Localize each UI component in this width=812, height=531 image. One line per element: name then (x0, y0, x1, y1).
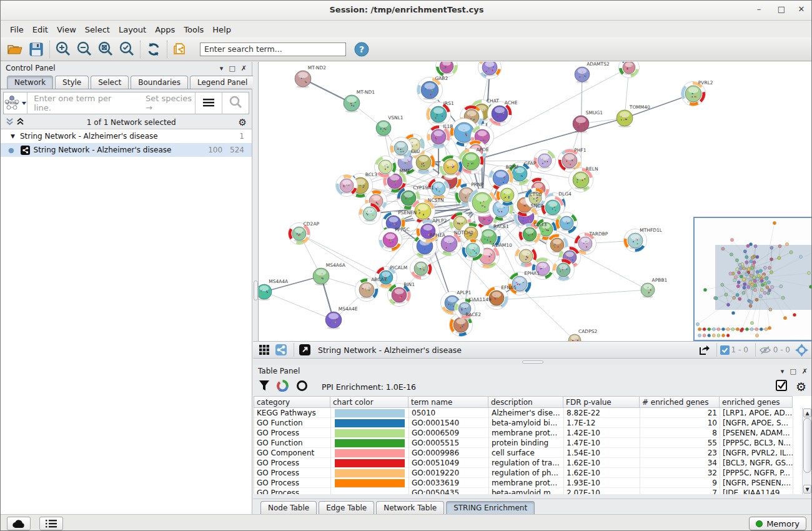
string-logo-button[interactable]: STRING (4, 92, 27, 114)
select-rows-button[interactable] (776, 380, 787, 394)
horizontal-splitter[interactable] (253, 359, 812, 365)
table-row[interactable]: GO ComponentGO:0009986cell surface1.54E-… (254, 448, 812, 458)
maximize-button[interactable]: □ (773, 4, 790, 17)
table-body: KEGG Pathways05010Alzheimer's dise...8.8… (254, 408, 812, 494)
search-input[interactable] (200, 42, 346, 56)
statusbar: Memory (1, 514, 812, 531)
column-header-chart-color[interactable]: chart color (330, 396, 408, 408)
tab-node-table[interactable]: Node Table (260, 501, 317, 514)
svg-text:PRNP: PRNP (471, 182, 483, 187)
column-header-category[interactable]: category (254, 396, 330, 408)
table-row[interactable]: GO ProcessGO:0033619membrane prot...1.93… (254, 478, 812, 488)
tpanel-undock-icon[interactable]: □ (790, 367, 796, 375)
tab-select[interactable]: Select (91, 76, 129, 89)
task-history-button[interactable] (39, 517, 63, 530)
table-vertical-scrollbar[interactable]: ▲ ▼ (802, 408, 812, 494)
menu-item-layout[interactable]: Layout (114, 23, 151, 36)
zoom-selected-button[interactable] (116, 39, 137, 59)
collapse-all-button[interactable] (6, 117, 14, 127)
tab-boundaries[interactable]: Boundaries (131, 76, 188, 89)
expand-all-button[interactable] (16, 117, 24, 127)
panel-divider-grip[interactable] (254, 280, 258, 300)
svg-text:CD2AP: CD2AP (304, 221, 320, 227)
help-button[interactable]: ? (351, 39, 372, 59)
table-row[interactable]: GO ProcessGO:0050435beta-amyloid m...2.0… (254, 488, 812, 494)
tree-expander-icon[interactable]: ▼ (11, 133, 15, 139)
table-row[interactable]: GO ProcessGO:0006509membrane prot...1.42… (254, 428, 812, 438)
column-header-description[interactable]: description (488, 396, 563, 408)
table-row[interactable]: GO ProcessGO:0051049regulation of tra...… (254, 458, 812, 468)
birds-eye-view[interactable] (693, 217, 812, 341)
menu-item-apps[interactable]: Apps (151, 23, 179, 36)
species-hint[interactable]: Set species → (146, 94, 195, 112)
column-header-term-name[interactable]: term name (408, 396, 488, 408)
ring-chart-button[interactable] (296, 380, 308, 394)
hidden-eye-icon[interactable] (759, 345, 771, 355)
enrichment-toolbar: PPI Enrichment: 1.0E-16 ⚙ (253, 377, 812, 396)
navigator-toggle-button[interactable] (794, 343, 809, 357)
tab-network-table[interactable]: Network Table (376, 501, 444, 514)
network-canvas[interactable]: MT-ND2MT-ND1VSNL1GAB2ADAMTS2PVRL2TOMM40S… (258, 62, 812, 341)
panel-float-icon[interactable]: ▾ (220, 64, 224, 72)
scroll-thumb[interactable] (803, 418, 811, 473)
refresh-button[interactable] (143, 39, 164, 59)
cell-color (331, 468, 409, 478)
open-in-browser-button[interactable] (297, 343, 312, 357)
menu-item-select[interactable]: Select (81, 23, 114, 36)
table-row[interactable]: GO FunctionGO:0001540beta-amyloid bi...1… (254, 418, 812, 428)
tab-network[interactable]: Network (7, 76, 53, 89)
column-header-enriched-genes[interactable]: enriched genes (720, 396, 793, 408)
filter-button[interactable] (259, 380, 269, 394)
zoom-out-button[interactable] (74, 39, 95, 59)
network-row-selected[interactable]: ● String Network - Alzheimer's disease 1… (1, 143, 252, 157)
zoom-fit-button[interactable] (95, 39, 116, 59)
open-file-button[interactable] (4, 39, 26, 59)
string-query-placeholder[interactable]: Enter one term per line. (34, 94, 121, 112)
minimize-button[interactable]: – (750, 4, 768, 17)
column-header--enriched-genes[interactable]: # enriched genes (640, 396, 720, 408)
cell-genes: [NGFR, PVRL2, IL... (720, 448, 793, 458)
tab-legend-panel[interactable]: Legend Panel (190, 76, 255, 89)
table-row[interactable]: KEGG Pathways05010Alzheimer's dise...8.8… (254, 408, 812, 418)
close-button[interactable]: ✕ (793, 4, 810, 17)
scroll-up-arrow[interactable]: ▲ (803, 409, 811, 417)
menu-item-tools[interactable]: Tools (179, 23, 208, 36)
export-network-button[interactable] (696, 343, 711, 357)
menu-item-view[interactable]: View (52, 23, 81, 36)
string-view-button[interactable] (274, 343, 289, 357)
column-header-FDR-p-value[interactable]: FDR p-value (563, 396, 640, 408)
svg-text:ABCA7: ABCA7 (371, 277, 387, 282)
panel-undock-icon[interactable]: □ (229, 64, 235, 72)
menu-item-edit[interactable]: Edit (28, 23, 52, 36)
zoom-in-button[interactable] (52, 39, 74, 59)
panel-close-icon[interactable]: ✗ (241, 64, 247, 72)
network-collection-row[interactable]: ▼ String Network - Alzheimer's disease 1 (1, 129, 252, 143)
tab-edge-table[interactable]: Edge Table (319, 501, 374, 514)
menu-item-help[interactable]: Help (208, 23, 235, 36)
cell-count: 55 (640, 438, 720, 448)
table-row[interactable]: GO FunctionGO:0005515protein binding1.47… (254, 438, 812, 448)
selected-checkbox-icon[interactable] (720, 345, 730, 355)
save-session-button[interactable] (26, 39, 47, 59)
clone-network-button[interactable] (170, 39, 191, 59)
string-search-button[interactable] (222, 96, 249, 111)
svg-text:RELN: RELN (586, 166, 598, 172)
tpanel-close-icon[interactable]: ✗ (802, 367, 808, 375)
grid-view-button[interactable] (257, 343, 272, 357)
cell-description: membrane prot... (489, 478, 564, 488)
tab-style[interactable]: Style (55, 76, 89, 89)
scroll-down-arrow[interactable]: ▼ (803, 485, 811, 494)
tab-string-enrichment[interactable]: STRING Enrichment (446, 501, 535, 514)
menu-item-file[interactable]: File (6, 23, 28, 36)
table-settings-gear[interactable]: ⚙ (796, 381, 806, 392)
network-options-gear[interactable]: ⚙ (239, 117, 247, 128)
table-panel-title: Table Panel (258, 367, 300, 375)
automation-button[interactable] (7, 517, 31, 530)
svg-text:MME: MME (399, 168, 410, 174)
app-window: Session: /tmp/enrichmentTest.cys – □ ✕ F… (0, 0, 812, 531)
memory-button[interactable]: Memory (749, 517, 806, 530)
tpanel-float-icon[interactable]: ▾ (781, 367, 785, 375)
table-row[interactable]: GO ProcessGO:0019220regulation of ph...1… (254, 468, 812, 478)
chart-button[interactable] (277, 380, 289, 394)
string-options-button[interactable] (196, 97, 222, 109)
